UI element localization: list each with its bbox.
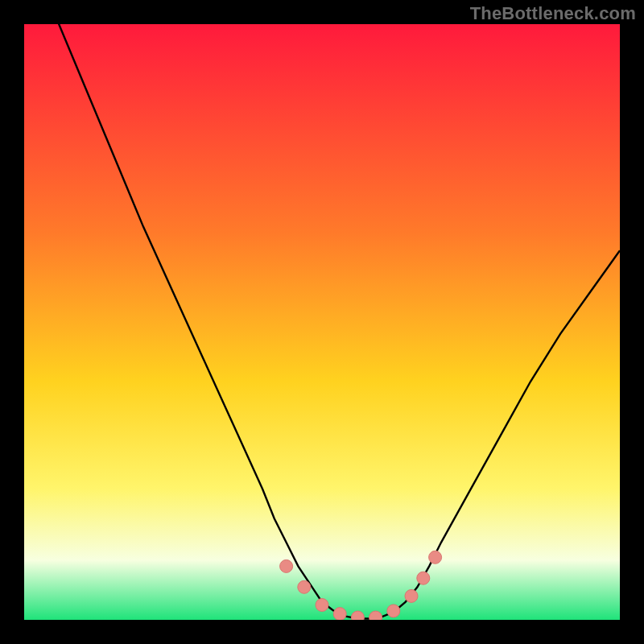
chart-frame: TheBottleneck.com: [0, 0, 644, 644]
bottleneck-chart: [24, 24, 620, 620]
chart-svg: [24, 24, 620, 620]
curve-marker: [333, 608, 346, 620]
curve-marker: [351, 611, 364, 620]
curve-marker: [429, 551, 442, 564]
curve-marker: [316, 599, 328, 612]
curve-marker: [387, 605, 400, 617]
curve-marker: [280, 559, 293, 572]
curve-marker: [417, 572, 430, 584]
curve-marker: [405, 589, 418, 602]
curve-marker: [369, 611, 382, 620]
gradient-background: [24, 24, 620, 620]
curve-marker: [298, 580, 311, 593]
watermark-text: TheBottleneck.com: [470, 3, 636, 24]
